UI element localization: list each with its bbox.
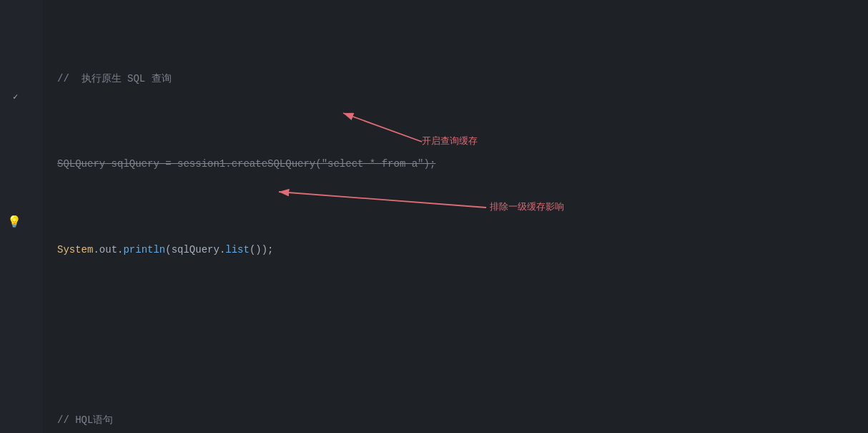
line-sqlquery: SQLQuery sqlQuery = session1.createSQLQu…: [57, 156, 854, 173]
hql-comment-text: // HQL语句: [57, 412, 113, 429]
sqlquery-line: SQLQuery sqlQuery = session1.createSQLQu…: [57, 156, 435, 173]
session-annotation: 排除一级缓存影响: [490, 199, 564, 215]
svg-line-1: [343, 113, 422, 142]
chevron-icon: ✓: [13, 92, 18, 102]
lightbulb-icon[interactable]: 💡: [7, 215, 21, 229]
svg-line-2: [279, 192, 486, 208]
code-area: // 执行原生 SQL 查询 SQLQuery sqlQuery = sessi…: [43, 0, 868, 433]
comment-sql-text: // 执行原生 SQL 查询: [57, 71, 172, 88]
line-comment-sql: // 执行原生 SQL 查询: [57, 71, 854, 88]
line-blank-1: [57, 327, 854, 344]
cache-annotation: 开启查询缓存: [422, 133, 478, 149]
system-type: System: [57, 242, 93, 259]
gutter: ✓ 💡: [0, 0, 43, 433]
line-hql-comment: // HQL语句: [57, 412, 854, 429]
arrows-overlay: [43, 0, 868, 433]
line-system-out-1: System.out.println(sqlQuery.list());: [57, 242, 854, 259]
editor-container: ✓ 💡 // 执行原生 SQL 查询 SQLQuery sqlQuery = s…: [0, 0, 868, 433]
